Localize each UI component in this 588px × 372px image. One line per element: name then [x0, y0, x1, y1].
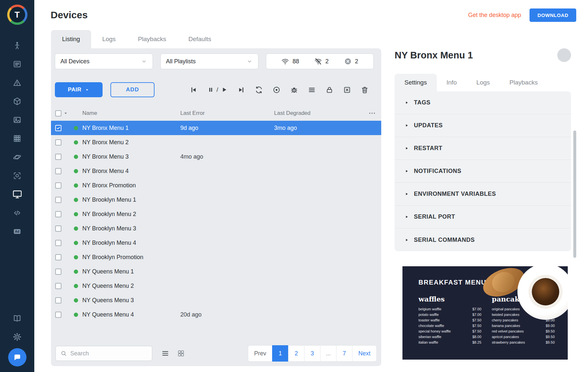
device-name: NY Queens Menu 4 — [82, 311, 180, 318]
accordion-section-serial-commands[interactable]: SERIAL COMMANDS — [395, 228, 571, 251]
row-checkbox[interactable] — [55, 269, 61, 275]
pagination-page-2[interactable]: 2 — [288, 345, 304, 362]
tab-logs[interactable]: Logs — [91, 30, 127, 48]
table-row[interactable]: NY Queens Menu 2 — [51, 279, 381, 293]
menu-button[interactable] — [308, 86, 316, 94]
device-name: NY Brooklyn Promotion — [82, 254, 180, 261]
pagination-page-1[interactable]: 1 — [272, 345, 288, 362]
row-checkbox[interactable] — [55, 168, 61, 174]
table-row[interactable]: NY Bronx Menu 4 — [51, 164, 381, 178]
table-row[interactable]: NY Bronx Menu 3 4mo ago — [51, 149, 381, 164]
row-checkbox[interactable] — [55, 225, 61, 232]
row-checkbox[interactable] — [55, 297, 61, 303]
row-checkbox[interactable] — [55, 254, 61, 260]
sidebar-item-book[interactable] — [0, 311, 34, 326]
sidebar-item-ad[interactable]: Ad — [0, 224, 34, 239]
delete-button[interactable] — [361, 86, 369, 94]
table-row[interactable]: NY Bronx Menu 1 9d ago 3mo ago — [51, 121, 381, 135]
table-row[interactable]: NY Queens Menu 4 20d ago — [51, 307, 381, 322]
pair-button[interactable]: PAIR — [55, 82, 103, 97]
tab-playbacks[interactable]: Playbacks — [500, 74, 548, 91]
sidebar-item-monitor[interactable] — [0, 187, 34, 202]
tab-info[interactable]: Info — [437, 74, 467, 91]
table-row[interactable]: NY Brooklyn Promotion — [51, 250, 381, 264]
column-last-degraded[interactable]: Last Degraded — [274, 110, 363, 116]
debug-button[interactable] — [290, 86, 298, 94]
table-row[interactable]: NY Brooklyn Menu 3 — [51, 221, 381, 236]
table-row[interactable]: NY Brooklyn Menu 2 — [51, 207, 381, 221]
sidebar-item-code[interactable] — [0, 205, 34, 220]
table-row[interactable]: NY Queens Menu 3 — [51, 293, 381, 307]
row-checkbox[interactable] — [55, 312, 61, 318]
accordion-section-restart[interactable]: RESTART — [395, 137, 571, 160]
skip-forward-button[interactable] — [237, 86, 245, 94]
pagination-page-3[interactable]: 3 — [304, 345, 320, 362]
app-logo[interactable]: T — [7, 5, 27, 25]
accordion-section-tags[interactable]: TAGS — [395, 91, 571, 114]
sidebar-item-chat[interactable] — [0, 348, 34, 367]
devices-filter-select[interactable]: All Devices — [55, 54, 153, 69]
device-toolbar: PAIR ADD / — [55, 82, 377, 97]
column-last-error[interactable]: Last Error — [180, 110, 274, 116]
row-checkbox[interactable] — [55, 283, 61, 289]
search-box — [56, 346, 152, 361]
accordion-section-serial-port[interactable]: SERIAL PORT — [395, 206, 571, 228]
table-row[interactable]: NY Brooklyn Menu 4 — [51, 236, 381, 250]
row-checkbox[interactable] — [55, 125, 61, 131]
detail-scrollbar[interactable] — [573, 131, 576, 258]
row-checkbox[interactable] — [55, 182, 61, 189]
sidebar-item-scan[interactable] — [0, 168, 34, 183]
device-screen-preview[interactable]: BREAKFAST MENU wafflesbelgium waffle$7.0… — [402, 266, 568, 360]
accordion-section-environment-variables[interactable]: ENVIRONMENT VARIABLES — [395, 183, 571, 206]
close-app-button[interactable] — [343, 86, 351, 94]
tab-playbacks[interactable]: Playbacks — [127, 30, 177, 48]
playlists-filter-select[interactable]: All Playlists — [160, 54, 258, 69]
tab-logs[interactable]: Logs — [466, 74, 499, 91]
pause-play-button[interactable]: / — [207, 86, 228, 93]
sidebar-item-feed[interactable] — [0, 56, 34, 71]
get-desktop-app-link[interactable]: Get the desktop app — [468, 12, 521, 19]
row-checkbox[interactable] — [55, 240, 61, 246]
error-circle-icon — [344, 57, 352, 65]
sidebar-item-warning[interactable] — [0, 75, 34, 90]
skip-back-button[interactable] — [189, 86, 198, 94]
pagination-next[interactable]: Next — [352, 345, 377, 362]
select-menu-caret-icon[interactable] — [63, 111, 68, 116]
table-row[interactable]: NY Bronx Promotion — [51, 178, 381, 193]
sidebar-item-person[interactable] — [0, 38, 34, 53]
tab-defaults[interactable]: Defaults — [177, 30, 222, 48]
search-input[interactable] — [70, 350, 147, 357]
columns-menu-button[interactable] — [368, 109, 376, 117]
add-button[interactable]: ADD — [110, 82, 155, 97]
pagination-prev[interactable]: Prev — [248, 345, 272, 362]
table-row[interactable]: NY Bronx Menu 2 — [51, 135, 381, 149]
accordion-section-updates[interactable]: UPDATES — [395, 114, 571, 137]
tab-listing[interactable]: Listing — [51, 30, 91, 48]
sidebar-item-cube[interactable] — [0, 94, 34, 109]
column-name[interactable]: Name — [82, 110, 180, 116]
logo-letter: T — [9, 7, 25, 23]
download-button[interactable]: DOWNLOAD — [530, 8, 576, 22]
grid-view-button[interactable] — [177, 349, 185, 357]
tab-settings[interactable]: Settings — [395, 74, 437, 91]
list-view-button[interactable] — [161, 349, 169, 357]
sidebar-item-planet[interactable] — [0, 149, 34, 164]
menu-item: siberian waffle$8.00 — [418, 334, 482, 340]
pagination-page-...[interactable]: ... — [320, 345, 336, 362]
row-checkbox[interactable] — [55, 197, 61, 203]
accordion-section-notifications[interactable]: NOTIFICATIONS — [395, 160, 571, 183]
sidebar-item-grid[interactable] — [0, 131, 34, 146]
table-row[interactable]: NY Brooklyn Menu 1 — [51, 193, 381, 207]
pagination: Prev123...7Next — [248, 345, 377, 362]
sidebar-item-image[interactable] — [0, 112, 34, 127]
sidebar-item-gear[interactable] — [0, 329, 34, 344]
table-row[interactable]: NY Queens Menu 1 — [51, 264, 381, 279]
pagination-page-7[interactable]: 7 — [336, 345, 352, 362]
select-all-checkbox[interactable] — [55, 110, 61, 116]
row-checkbox[interactable] — [55, 211, 61, 217]
row-checkbox[interactable] — [55, 154, 61, 160]
refresh-button[interactable] — [255, 86, 263, 94]
row-checkbox[interactable] — [55, 139, 61, 146]
lock-button[interactable] — [325, 86, 334, 94]
identify-button[interactable] — [272, 86, 281, 94]
